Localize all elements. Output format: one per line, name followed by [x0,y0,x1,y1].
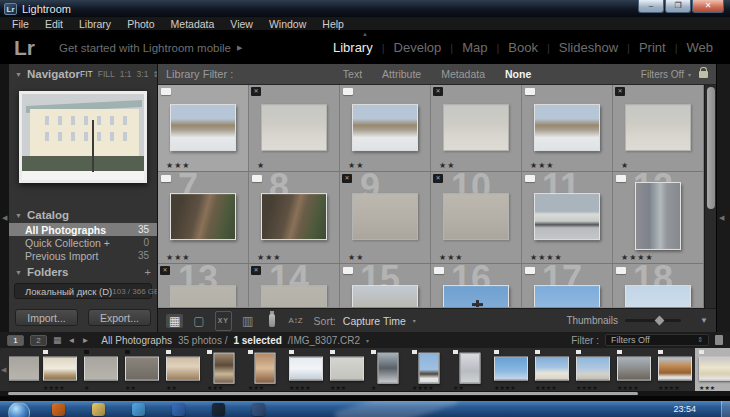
star-rating[interactable]: ★★ [439,161,455,170]
media-player-icon[interactable] [172,403,185,416]
reject-flag-icon[interactable]: ✕ [433,87,443,96]
catalog-item-previous-import[interactable]: Previous Import35 [9,249,157,262]
menu-window[interactable]: Window [261,18,314,30]
grid-cell-14[interactable]: 14✕ [249,264,340,307]
taskbar-clock[interactable]: 23:54 [673,404,696,414]
photo-thumbnail[interactable] [625,104,691,151]
filmstrip-cell-17[interactable]: ★★★★ [654,348,695,391]
photo-thumbnail[interactable] [625,285,691,307]
star-rating[interactable]: ★★★ [166,253,191,262]
grid-cell-1[interactable]: ★★★ [158,85,249,172]
export-button[interactable]: Export... [88,309,151,326]
photo-thumbnail[interactable] [534,104,600,151]
mobile-promo-link[interactable]: Get started with Lightroom mobile ▶ [59,42,242,54]
star-rating[interactable]: ★★★ [439,253,464,262]
module-tab-library[interactable]: Library [324,40,382,55]
reject-flag-icon[interactable]: ✕ [160,266,170,275]
filmstrip-thumbnail[interactable] [84,356,118,380]
zoom-option-fill[interactable]: FILL [98,69,115,79]
menu-edit[interactable]: Edit [37,18,71,30]
filmstrip-thumbnail[interactable] [459,352,480,383]
chevron-down-icon[interactable]: ▾ [366,337,369,344]
app-window-icon[interactable] [252,403,265,416]
pick-flag-icon[interactable] [616,175,626,182]
filter-option-text[interactable]: Text [333,68,372,80]
photo-thumbnail[interactable] [443,285,509,307]
grid-cell-13[interactable]: 13✕ [158,264,249,307]
filmstrip-thumbnail[interactable] [166,356,200,380]
star-rating[interactable]: ★★★★ [621,253,654,262]
grid-cell-2[interactable]: ✕★ [249,85,340,172]
menu-library[interactable]: Library [71,18,119,30]
sort-value-dropdown[interactable]: Capture Time [343,315,406,327]
grid-cell-15[interactable]: 15 [340,264,431,307]
filter-lock-icon[interactable] [699,71,708,78]
photo-thumbnail[interactable] [352,193,418,240]
filmstrip-thumbnail[interactable] [213,352,234,383]
filmstrip-cell-7[interactable]: ★★★ [244,348,285,391]
filmstrip-thumbnail[interactable] [576,356,610,380]
photo-thumbnail[interactable] [534,285,600,307]
filmstrip-thumbnail[interactable] [494,356,528,380]
menu-photo[interactable]: Photo [119,18,162,30]
grid-cell-11[interactable]: 11★★★★ [522,172,613,264]
grid-cell-17[interactable]: 17 [522,264,613,307]
filmstrip-cell-5[interactable]: ★★ [162,348,203,391]
firefox-icon[interactable] [52,403,65,416]
grid-view-button[interactable]: ▦ [166,314,183,328]
thumbnail-size-slider[interactable] [625,319,681,322]
star-rating[interactable]: ★★★ [530,161,555,170]
pick-flag-icon[interactable] [161,88,171,95]
star-rating[interactable]: ★★★ [166,161,191,170]
filmstrip-thumbnail[interactable] [699,356,730,380]
filmstrip-thumbnail[interactable] [254,352,275,383]
command-window-icon[interactable] [212,403,225,416]
source-breadcrumb[interactable]: All Photographs [101,335,172,346]
filmstrip-thumbnail[interactable] [418,352,439,383]
grid-cell-3[interactable]: ★★ [340,85,431,172]
filmstrip-cell-18[interactable]: ★★★ [695,348,730,391]
folders-header[interactable]: ▼ Folders + [9,262,157,280]
filmstrip-cell-16[interactable]: ★★★★ [613,348,654,391]
module-tab-map[interactable]: Map [453,40,496,55]
grid-cell-18[interactable]: 18 [613,264,704,307]
top-panel-collapse-icon[interactable]: ▲ [362,31,368,37]
photo-thumbnail[interactable] [443,193,509,240]
filmstrip-thumbnail[interactable] [9,356,39,380]
zoom-option-3:1[interactable]: 3:1 [137,69,149,79]
pick-flag-icon[interactable] [525,175,535,182]
grid-cell-12[interactable]: 12★★★★ [613,172,704,264]
filmstrip-thumbnail[interactable] [617,356,651,380]
reject-flag-icon[interactable]: ✕ [251,87,261,96]
module-tab-print[interactable]: Print [630,40,675,55]
photo-thumbnail[interactable] [635,182,681,250]
import-button[interactable]: Import... [15,309,78,326]
grid-cell-6[interactable]: ✕★ [613,85,704,172]
filmstrip-cell-14[interactable]: ★★★★ [531,348,572,391]
navigator-header[interactable]: ▼ Navigator FITFILL1:13:1 ⇕ [9,64,157,82]
grid-cell-5[interactable]: ★★★ [522,85,613,172]
back-arrow-icon[interactable]: ◄ [68,336,76,345]
painter-tool-icon[interactable] [269,314,275,327]
filmstrip-cell-3[interactable]: ★ [80,348,121,391]
filmstrip-cell-6[interactable]: ★★★ [203,348,244,391]
filmstrip-filter-dropdown[interactable]: Filters Off ⇕ [605,334,709,346]
pick-flag-icon[interactable] [525,267,535,274]
filmstrip-thumbnail[interactable] [43,356,77,380]
pick-flag-icon[interactable] [161,175,171,182]
pick-flag-icon[interactable] [343,267,353,274]
grid-cell-7[interactable]: 7★★★ [158,172,249,264]
grid-cell-9[interactable]: 9✕★★ [340,172,431,264]
right-expand-icon[interactable]: ◀ [719,214,724,222]
menu-metadata[interactable]: Metadata [163,18,223,30]
filmstrip-left-arrow-icon[interactable]: ◀ [1,366,6,374]
grid-cell-8[interactable]: 8★★★ [249,172,340,264]
grid-cell-10[interactable]: 10✕★★★ [431,172,522,264]
photo-thumbnail[interactable] [352,104,418,151]
filmstrip-cell-11[interactable]: ★★★★ [408,348,449,391]
filmstrip-thumbnail[interactable] [377,352,398,383]
module-tab-web[interactable]: Web [678,40,723,55]
filmstrip-scrollbar[interactable] [0,391,730,396]
folder-icon[interactable] [92,403,105,416]
grid-cell-16[interactable]: 16 [431,264,522,307]
